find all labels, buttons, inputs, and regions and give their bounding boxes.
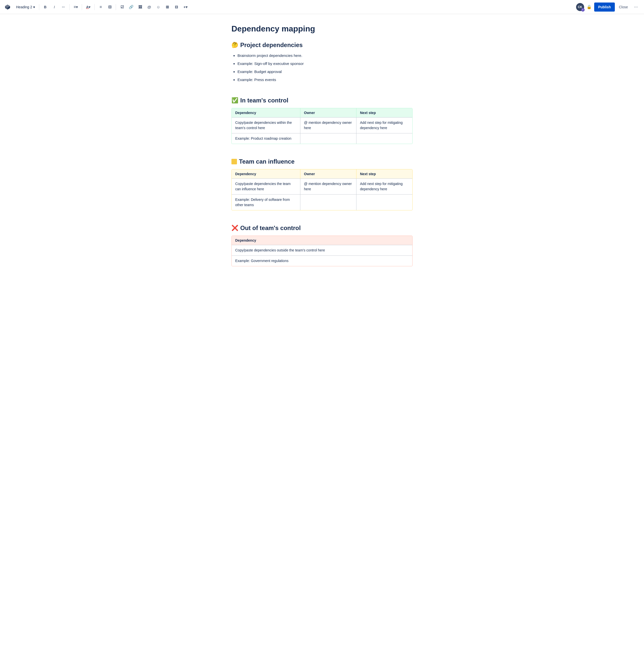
- table-cell: Add next step for mitigating dependency …: [356, 117, 412, 133]
- toolbar: Heading 2 ▾ B I ··· ≡ ▾ A ▾ ≡ ⊟ ☑ 🔗 🖼 @ …: [0, 0, 644, 14]
- italic-button[interactable]: I: [50, 3, 59, 11]
- section-heading-1: 🤔 Project dependencies: [231, 42, 413, 49]
- align-chevron-icon: ▾: [76, 5, 78, 9]
- layout-button[interactable]: ⊟: [172, 3, 180, 11]
- link-button[interactable]: 🔗: [127, 3, 135, 11]
- publish-button[interactable]: Publish: [594, 2, 615, 12]
- table-row: Copy/paste dependencies outside the team…: [232, 245, 412, 256]
- divider-3: [82, 4, 82, 10]
- color-icon: A: [86, 5, 88, 9]
- col-header: Next step: [356, 108, 412, 117]
- bold-button[interactable]: B: [41, 3, 49, 11]
- table-cell: Copy/paste dependencies outside the team…: [232, 245, 412, 256]
- table-cell: [300, 133, 357, 144]
- col-header: Next step: [356, 169, 412, 179]
- task-icon: ☑: [120, 5, 124, 9]
- mention-button[interactable]: @: [145, 3, 153, 11]
- image-icon: 🖼: [138, 5, 142, 9]
- emoji-icon: ☺: [156, 5, 160, 9]
- bullet-list-icon: ≡: [100, 5, 102, 9]
- numbered-list-icon: ⊟: [108, 4, 112, 9]
- lock-icon: 🔒: [587, 4, 592, 9]
- section-out-of-teams-control: ❌ Out of team's control Dependency Copy/…: [231, 225, 413, 266]
- list-item: Example: Budget approval: [237, 69, 413, 75]
- col-header: Dependency: [232, 169, 300, 179]
- green-table-wrapper: Dependency Owner Next step Copy/paste de…: [231, 108, 413, 144]
- color-button[interactable]: A ▾: [84, 3, 92, 11]
- bullet-list-button[interactable]: ≡: [97, 3, 105, 11]
- task-button[interactable]: ☑: [118, 3, 126, 11]
- table-cell: Add next step for mitigating dependency …: [356, 179, 412, 195]
- link-icon: 🔗: [129, 5, 134, 9]
- table-cell: [356, 133, 412, 144]
- table-cell: Example: Government regulations: [232, 256, 412, 266]
- dependencies-list: Brainstorm project dependencies here. Ex…: [231, 53, 413, 83]
- table-cell: Example: Delivery of software from other…: [232, 195, 300, 210]
- table-button[interactable]: ⊞: [163, 3, 171, 11]
- table-cell: Copy/paste dependencies the team can inf…: [232, 179, 300, 195]
- insert-plus-button[interactable]: + ▾: [181, 3, 189, 11]
- table-cell: Copy/paste dependencies within the team'…: [232, 117, 300, 133]
- section-in-teams-control: ✅ In team's control Dependency Owner Nex…: [231, 97, 413, 144]
- emoji-button[interactable]: ☺: [154, 3, 162, 11]
- image-button[interactable]: 🖼: [136, 3, 144, 11]
- heading-chevron-icon: ▾: [33, 5, 35, 9]
- cross-mark-icon: ❌: [231, 225, 238, 231]
- table-row: Copy/paste dependencies the team can inf…: [232, 179, 412, 195]
- color-chevron-icon: ▾: [88, 5, 90, 9]
- section-heading-3: Team can influence: [231, 158, 413, 165]
- list-item: Brainstorm project dependencies here.: [237, 53, 413, 59]
- align-button[interactable]: ≡ ▾: [72, 3, 80, 11]
- table-row: Example: Government regulations: [232, 256, 412, 266]
- table-row: Example: Delivery of software from other…: [232, 195, 412, 210]
- table-row: Copy/paste dependencies within the team'…: [232, 117, 412, 133]
- table-cell: @ mention dependency owner here: [300, 117, 357, 133]
- yellow-table: Dependency Owner Next step Copy/paste de…: [232, 169, 412, 210]
- heading-selector[interactable]: Heading 2 ▾: [14, 4, 37, 10]
- lock-button[interactable]: 🔒: [585, 3, 593, 11]
- more-options-icon: ···: [634, 4, 638, 10]
- table-row: Example: Product roadmap creation: [232, 133, 412, 144]
- layout-icon: ⊟: [175, 5, 178, 9]
- divider-5: [116, 4, 116, 10]
- list-item: Example: Press events: [237, 77, 413, 83]
- section-heading-2: ✅ In team's control: [231, 97, 413, 104]
- divider-4: [94, 4, 95, 10]
- align-icon: ≡: [74, 5, 76, 9]
- more-options-button[interactable]: ···: [632, 3, 640, 11]
- table-icon: ⊞: [166, 5, 169, 9]
- mention-icon: @: [147, 5, 151, 9]
- col-header: Dependency: [232, 236, 412, 245]
- red-table-wrapper: Dependency Copy/paste dependencies outsi…: [231, 235, 413, 266]
- section-team-can-influence: Team can influence Dependency Owner Next…: [231, 158, 413, 210]
- table-cell: [300, 195, 357, 210]
- divider-2: [69, 4, 70, 10]
- insert-chevron-icon: ▾: [186, 5, 187, 9]
- thinking-icon: 🤔: [231, 42, 238, 48]
- collaborators: CK +: [576, 3, 584, 11]
- col-header: Owner: [300, 108, 357, 117]
- section-heading-4: ❌ Out of team's control: [231, 225, 413, 231]
- green-table: Dependency Owner Next step Copy/paste de…: [232, 108, 412, 144]
- user-avatar[interactable]: CK +: [576, 3, 584, 11]
- section-project-dependencies: 🤔 Project dependencies Brainstorm projec…: [231, 42, 413, 83]
- table-cell: [356, 195, 412, 210]
- more-format-button[interactable]: ···: [60, 3, 67, 11]
- heading-selector-label: Heading 2: [16, 5, 32, 9]
- yellow-square-icon: [231, 159, 237, 164]
- content-area: Dependency mapping 🤔 Project dependencie…: [221, 14, 423, 298]
- red-table: Dependency Copy/paste dependencies outsi…: [232, 236, 412, 266]
- table-cell: @ mention dependency owner here: [300, 179, 357, 195]
- app-logo: [4, 3, 11, 11]
- yellow-table-wrapper: Dependency Owner Next step Copy/paste de…: [231, 169, 413, 210]
- checkmark-icon: ✅: [231, 97, 238, 104]
- table-cell: Example: Product roadmap creation: [232, 133, 300, 144]
- col-header: Owner: [300, 169, 357, 179]
- numbered-list-button[interactable]: ⊟: [106, 3, 114, 11]
- page-title: Dependency mapping: [231, 24, 413, 33]
- list-item: Example: Sign-off by executive sponsor: [237, 61, 413, 67]
- avatar-badge: +: [581, 8, 584, 12]
- plus-icon: +: [183, 5, 186, 9]
- col-header: Dependency: [232, 108, 300, 117]
- close-button[interactable]: Close: [616, 3, 631, 11]
